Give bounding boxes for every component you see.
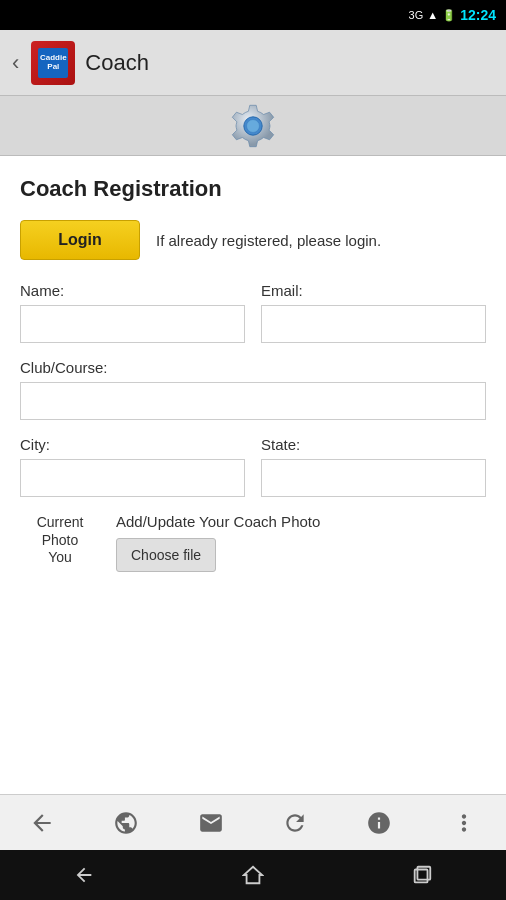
svg-point-1 [247, 119, 260, 132]
choose-file-button[interactable]: Choose file [116, 538, 216, 572]
name-email-row: Name: Email: [20, 282, 486, 343]
toolbar-mail-button[interactable] [193, 805, 229, 841]
name-group: Name: [20, 282, 245, 343]
app-bar: ‹ CaddiePal Coach [0, 30, 506, 96]
svg-marker-2 [244, 867, 262, 884]
photo-desc: Add/Update Your Coach Photo [116, 513, 486, 530]
name-input[interactable] [20, 305, 245, 343]
photo-section: CurrentPhoto You Add/Update Your Coach P… [20, 513, 486, 572]
app-logo-text: CaddiePal [40, 54, 67, 72]
state-label: State: [261, 436, 486, 453]
android-recents-button[interactable] [411, 864, 433, 886]
login-row: Login If already registered, please logi… [20, 220, 486, 260]
photo-label-column: CurrentPhoto You [20, 513, 100, 565]
back-arrow-icon[interactable]: ‹ [12, 50, 19, 76]
settings-gear-icon [230, 103, 276, 149]
login-button[interactable]: Login [20, 220, 140, 260]
network-indicator: 3G [409, 9, 424, 21]
gear-bar [0, 96, 506, 156]
bottom-toolbar [0, 794, 506, 850]
android-home-button[interactable] [242, 864, 264, 886]
you-label: You [48, 549, 72, 565]
city-state-row: City: State: [20, 436, 486, 497]
signal-bars-icon: ▲ [427, 9, 438, 21]
toolbar-back-button[interactable] [24, 805, 60, 841]
name-label: Name: [20, 282, 245, 299]
photo-right: Add/Update Your Coach Photo Choose file [116, 513, 486, 572]
main-content: Coach Registration Login If already regi… [0, 156, 506, 794]
club-course-label: Club/Course: [20, 359, 486, 376]
city-label: City: [20, 436, 245, 453]
email-label: Email: [261, 282, 486, 299]
email-input[interactable] [261, 305, 486, 343]
club-course-group: Club/Course: [20, 359, 486, 420]
section-title: Coach Registration [20, 176, 486, 202]
email-group: Email: [261, 282, 486, 343]
time-display: 12:24 [460, 7, 496, 23]
login-description: If already registered, please login. [156, 230, 486, 251]
state-input[interactable] [261, 459, 486, 497]
club-course-input[interactable] [20, 382, 486, 420]
android-nav-bar [0, 850, 506, 900]
android-back-button[interactable] [73, 864, 95, 886]
city-input[interactable] [20, 459, 245, 497]
status-bar: 3G ▲ 🔋 12:24 [0, 0, 506, 30]
toolbar-globe-button[interactable] [108, 805, 144, 841]
state-group: State: [261, 436, 486, 497]
toolbar-refresh-button[interactable] [277, 805, 313, 841]
app-logo: CaddiePal [31, 41, 75, 85]
toolbar-info-button[interactable] [361, 805, 397, 841]
battery-icon: 🔋 [442, 9, 456, 22]
toolbar-more-button[interactable] [446, 805, 482, 841]
current-photo-label: CurrentPhoto [37, 513, 84, 549]
app-title: Coach [85, 50, 149, 76]
city-group: City: [20, 436, 245, 497]
